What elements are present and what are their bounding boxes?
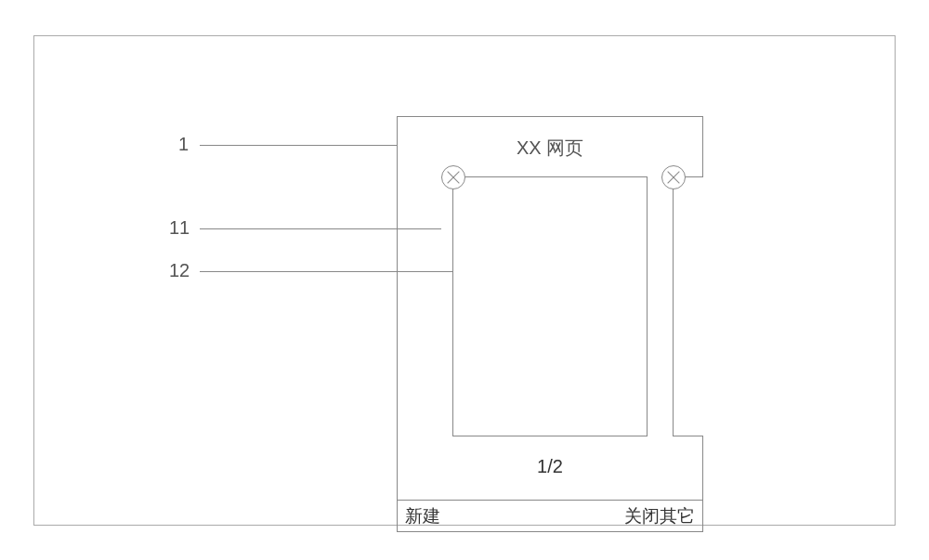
page-counter: 1/2 xyxy=(398,456,702,477)
close-others-button[interactable]: 关闭其它 xyxy=(624,504,695,528)
close-icon[interactable] xyxy=(661,165,686,189)
bottom-toolbar: 新建 关闭其它 xyxy=(398,500,702,531)
phone-screen-frame: XX 网页 1/2 新建 关闭其它 xyxy=(397,116,703,532)
leader-line-1 xyxy=(200,145,397,146)
page-title: XX 网页 xyxy=(398,136,702,161)
callout-label-1: 1 xyxy=(178,134,189,155)
callout-label-12: 12 xyxy=(169,260,190,281)
webpage-thumbnail-1[interactable] xyxy=(452,176,648,436)
close-icon[interactable] xyxy=(441,165,465,189)
callout-label-11: 11 xyxy=(169,217,190,239)
new-button[interactable]: 新建 xyxy=(405,504,440,528)
outer-frame: 1 11 12 XX 网页 1/2 新建 关闭其它 xyxy=(33,35,896,526)
webpage-thumbnail-2[interactable] xyxy=(673,176,703,436)
